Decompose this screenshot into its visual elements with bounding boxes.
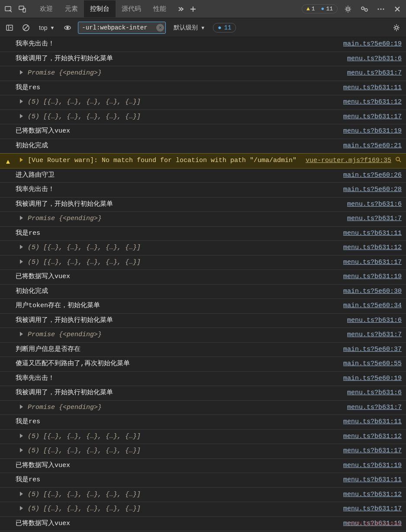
source-link[interactable]: menu.ts?b631:7 xyxy=(347,68,402,78)
console-row[interactable]: Promise {<pending>}menu.ts?b631:7 xyxy=(0,212,406,227)
expand-arrow-icon[interactable] xyxy=(20,260,23,264)
expand-arrow-icon[interactable] xyxy=(20,114,23,118)
source-link[interactable]: menu.ts?b631:7 xyxy=(347,330,402,340)
tab-elements[interactable]: 元素 xyxy=(59,0,84,17)
console-row[interactable]: (5) [{…}, {…}, {…}, {…}, {…}]menu.ts?b63… xyxy=(0,110,406,125)
source-link[interactable]: menu.ts?b631:12 xyxy=(343,243,402,253)
source-link[interactable]: menu.ts?b631:11 xyxy=(343,417,402,427)
console-row[interactable]: 我被调用了，开始执行初始化菜单menu.ts?b631:6 xyxy=(0,198,406,212)
console-row[interactable]: (5) [{…}, {…}, {…}, {…}, {…}]menu.ts?b63… xyxy=(0,488,406,503)
source-link[interactable]: menu.ts?b631:11 xyxy=(343,475,402,485)
device-toolbar-icon[interactable] xyxy=(16,3,29,15)
toggle-sidebar-icon[interactable] xyxy=(3,22,16,34)
source-link[interactable]: vue-router.mjs?f169:35 xyxy=(306,156,391,166)
log-level-selector[interactable]: 默认级别 ▼ xyxy=(170,22,209,33)
console-row[interactable]: 我是resmenu.ts?b631:11 xyxy=(0,227,406,241)
tab-welcome[interactable]: 欢迎 xyxy=(34,0,59,17)
console-row[interactable]: Promise {<pending>}menu.ts?b631:7 xyxy=(0,401,406,415)
expand-arrow-icon[interactable] xyxy=(20,448,23,452)
tab-performance[interactable]: 性能 xyxy=(147,0,172,17)
clear-filter-icon[interactable]: ✕ xyxy=(156,24,164,32)
expand-arrow-icon[interactable] xyxy=(20,332,23,336)
clear-console-icon[interactable] xyxy=(20,22,32,34)
console-row[interactable]: 我被调用了，开始执行初始化菜单menu.ts?b631:6 xyxy=(0,52,406,67)
console-row[interactable]: 进入路由守卫main.ts?5e60:26 xyxy=(0,169,406,183)
inspect-element-icon[interactable] xyxy=(3,3,15,15)
console-row[interactable]: ▲[Vue Router warn]: No match found for l… xyxy=(0,153,406,169)
expand-arrow-icon[interactable] xyxy=(20,506,23,510)
source-link[interactable]: menu.ts?b631:6 xyxy=(347,388,402,398)
issue-count-chip[interactable]: ● 11 xyxy=(213,23,236,32)
more-tabs-icon[interactable] xyxy=(175,3,187,15)
tab-sources[interactable]: 源代码 xyxy=(116,0,147,17)
source-link[interactable]: main.ts?5e60:26 xyxy=(343,171,402,181)
console-row[interactable]: 初始化完成main.ts?5e60:21 xyxy=(0,139,406,154)
close-devtools-icon[interactable] xyxy=(391,3,403,15)
source-link[interactable]: main.ts?5e60:28 xyxy=(343,185,402,195)
console-row[interactable]: 我率先出击！main.ts?5e60:28 xyxy=(0,183,406,198)
source-link[interactable]: menu.ts?b631:19 xyxy=(343,127,402,136)
source-link[interactable]: menu.ts?b631:19 xyxy=(343,461,402,471)
source-link[interactable]: menu.ts?b631:17 xyxy=(343,446,402,456)
console-row[interactable]: 初始化完成main.ts?5e60:30 xyxy=(0,285,406,299)
source-link[interactable]: menu.ts?b631:12 xyxy=(343,432,402,442)
console-row[interactable]: 我被调用了，开始执行初始化菜单menu.ts?b631:6 xyxy=(0,314,406,328)
tab-console[interactable]: 控制台 xyxy=(84,0,116,17)
source-link[interactable]: menu.ts?b631:19 xyxy=(343,272,402,282)
console-row[interactable]: 判断用户信息是否存在main.ts?5e60:37 xyxy=(0,343,406,357)
experiments-icon[interactable] xyxy=(358,3,371,15)
console-filter-input[interactable] xyxy=(78,22,166,34)
console-row[interactable]: (5) [{…}, {…}, {…}, {…}, {…}]menu.ts?b63… xyxy=(0,502,406,517)
expand-arrow-icon[interactable] xyxy=(20,492,23,496)
console-row[interactable]: 我率先出击！main.ts?5e60:19 xyxy=(0,372,406,386)
source-link[interactable]: menu.ts?b631:17 xyxy=(343,504,402,514)
source-link[interactable]: main.ts?5e60:37 xyxy=(343,345,402,355)
expand-arrow-icon[interactable] xyxy=(20,158,23,162)
console-row[interactable]: 已将数据写入vuexmenu.ts?b631:19 xyxy=(0,459,406,474)
source-link[interactable]: menu.ts?b631:6 xyxy=(347,200,402,210)
source-link[interactable]: menu.ts?b631:17 xyxy=(343,112,402,122)
console-row[interactable]: 已将数据写入vuexmenu.ts?b631:19 xyxy=(0,270,406,285)
console-row[interactable]: 傻逼又匹配不到路由了,再次初始化菜单main.ts?5e60:55 xyxy=(0,357,406,372)
console-row[interactable]: (5) [{…}, {…}, {…}, {…}, {…}]menu.ts?b63… xyxy=(0,95,406,110)
console-row[interactable]: 我是resmenu.ts?b631:11 xyxy=(0,415,406,430)
add-tab-icon[interactable] xyxy=(187,3,199,15)
live-expression-icon[interactable] xyxy=(61,22,74,34)
source-link[interactable]: menu.ts?b631:6 xyxy=(347,316,402,326)
console-row[interactable]: 我被调用了，开始执行初始化菜单menu.ts?b631:6 xyxy=(0,386,406,401)
source-link[interactable]: main.ts?5e60:19 xyxy=(343,39,402,49)
expand-arrow-icon[interactable] xyxy=(20,405,23,409)
expand-arrow-icon[interactable] xyxy=(20,99,23,104)
source-link[interactable]: menu.ts?b631:12 xyxy=(343,490,402,500)
console-row[interactable]: (5) [{…}, {…}, {…}, {…}, {…}]menu.ts?b63… xyxy=(0,256,406,270)
source-link[interactable]: menu.ts?b631:11 xyxy=(343,229,402,239)
source-link[interactable]: menu.ts?b631:7 xyxy=(347,403,402,413)
expand-arrow-icon[interactable] xyxy=(20,70,23,75)
console-row[interactable]: (5) [{…}, {…}, {…}, {…}, {…}]menu.ts?b63… xyxy=(0,241,406,256)
source-link[interactable]: menu.ts?b631:11 xyxy=(343,83,402,93)
console-row[interactable]: (5) [{…}, {…}, {…}, {…}, {…}]menu.ts?b63… xyxy=(0,430,406,444)
expand-arrow-icon[interactable] xyxy=(20,245,23,249)
console-row[interactable]: 我是resmenu.ts?b631:11 xyxy=(0,473,406,488)
expand-arrow-icon[interactable] xyxy=(20,216,23,220)
search-icon[interactable] xyxy=(395,156,402,163)
source-link[interactable]: menu.ts?b631:6 xyxy=(347,54,402,64)
source-link[interactable]: main.ts?5e60:55 xyxy=(343,359,402,369)
source-link[interactable]: main.ts?5e60:34 xyxy=(343,301,402,311)
console-row[interactable]: 已将数据写入vuexmenu.ts?b631:19 xyxy=(0,124,406,139)
console-row[interactable]: 我率先出击！main.ts?5e60:19 xyxy=(0,37,406,52)
console-row[interactable]: 用户token存在，初始化菜单main.ts?5e60:34 xyxy=(0,299,406,314)
issues-badge-group[interactable]: ▲1 ●11 xyxy=(302,4,338,13)
source-link[interactable]: main.ts?5e60:19 xyxy=(343,374,402,384)
console-settings-gear-icon[interactable] xyxy=(390,22,403,34)
execution-context-selector[interactable]: top ▼ xyxy=(36,23,57,33)
console-row[interactable]: 我是resmenu.ts?b631:11 xyxy=(0,81,406,96)
console-row[interactable]: Promise {<pending>}menu.ts?b631:7 xyxy=(0,66,406,81)
expand-arrow-icon[interactable] xyxy=(20,434,23,438)
source-link[interactable]: menu.ts?b631:12 xyxy=(343,97,402,107)
source-link[interactable]: menu.ts?b631:7 xyxy=(347,214,402,224)
console-row[interactable]: Promise {<pending>}menu.ts?b631:7 xyxy=(0,328,406,343)
source-link[interactable]: menu.ts?b631:17 xyxy=(343,258,402,268)
settings-gear-icon[interactable] xyxy=(342,3,354,15)
more-menu-icon[interactable] xyxy=(375,3,387,15)
